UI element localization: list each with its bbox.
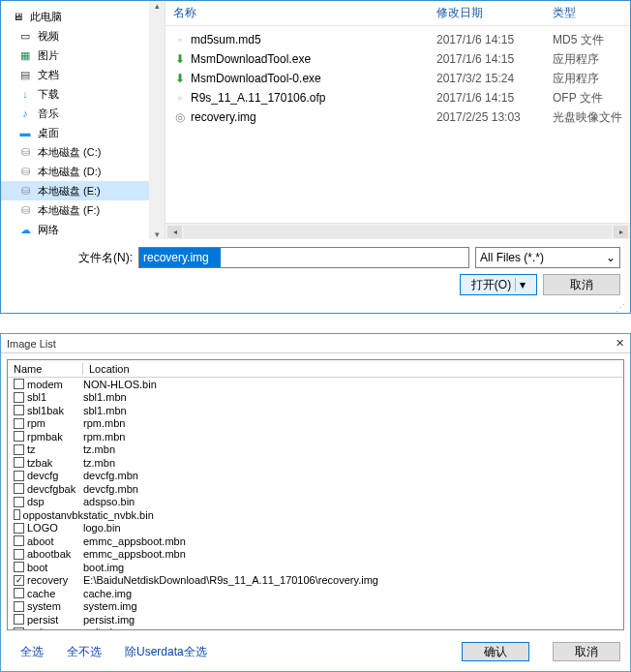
row-checkbox[interactable]	[14, 392, 24, 403]
file-row[interactable]: ◎recovery.img2017/2/25 13:03光盘映像文件	[165, 107, 630, 127]
partition-location: tz.mbn	[83, 457, 623, 469]
scroll-down-icon[interactable]: ▾	[155, 229, 160, 239]
nav-item[interactable]: ⛁本地磁盘 (F:)	[1, 200, 149, 220]
file-type-filter[interactable]: All Files (*.*) ⌄	[475, 247, 620, 268]
image-list-dialog: Image List ✕ Name Location modemNON-HLOS…	[0, 333, 631, 672]
image-list-row[interactable]: bootboot.img	[8, 561, 623, 574]
file-row[interactable]: ⬇MsmDownloadTool-0.exe2017/3/2 15:24应用程序	[165, 69, 630, 88]
row-checkbox[interactable]	[14, 562, 24, 572]
select-all-link[interactable]: 全选	[20, 644, 44, 660]
image-list-row[interactable]: mdtpmdtp.img	[8, 626, 623, 631]
image-list-row[interactable]: systemsystem.img	[8, 600, 623, 614]
nav-item[interactable]: ▭视频	[1, 26, 149, 46]
nav-item[interactable]: ↓下载	[1, 84, 149, 104]
row-checkbox[interactable]	[14, 497, 24, 507]
image-list-row[interactable]: dspadspso.bin	[8, 496, 623, 509]
select-none-link[interactable]: 全不选	[67, 644, 102, 660]
partition-name: devcfg	[27, 470, 58, 481]
image-list-row[interactable]: sbl1sbl1.mbn	[8, 391, 623, 405]
row-checkbox[interactable]	[14, 471, 24, 481]
row-checkbox[interactable]	[14, 549, 24, 560]
image-list-row[interactable]: cachecache.img	[8, 587, 623, 600]
row-checkbox[interactable]	[14, 444, 24, 455]
close-icon[interactable]: ✕	[616, 337, 624, 350]
image-list-row[interactable]: ✓recoveryE:\BaiduNetdiskDownload\R9s_11_…	[8, 574, 623, 588]
row-checkbox[interactable]: ✓	[14, 575, 24, 586]
image-list-row[interactable]: modemNON-HLOS.bin	[8, 378, 623, 391]
filter-label: All Files (*.*)	[480, 251, 544, 264]
column-type[interactable]: 类型	[553, 5, 630, 21]
image-list-row[interactable]: abootemmc_appsboot.mbn	[8, 535, 623, 548]
partition-name: dsp	[27, 496, 45, 507]
image-list-row[interactable]: tztz.mbn	[8, 443, 623, 457]
partition-location: logo.bin	[83, 522, 623, 534]
row-checkbox[interactable]	[14, 523, 24, 534]
row-checkbox[interactable]	[14, 627, 24, 630]
scrollbar-track[interactable]	[184, 226, 612, 238]
column-name[interactable]: Name	[8, 363, 83, 375]
row-checkbox[interactable]	[14, 431, 24, 442]
column-date[interactable]: 修改日期	[436, 5, 553, 21]
resize-grip-icon[interactable]: ⋰	[1, 305, 630, 313]
nav-item[interactable]: ▤文档	[1, 65, 149, 84]
open-button[interactable]: 打开(O) ▾	[460, 274, 537, 295]
row-checkbox[interactable]	[14, 457, 24, 468]
image-list-row[interactable]: devcfgbakdevcfg.mbn	[8, 482, 623, 496]
row-checkbox[interactable]	[14, 509, 20, 520]
nav-item[interactable]: ☁网络	[1, 220, 149, 239]
row-checkbox[interactable]	[14, 483, 24, 494]
file-date: 2017/1/6 14:15	[436, 33, 553, 46]
nav-item[interactable]: ▦图片	[1, 46, 149, 65]
file-row[interactable]: ▫md5sum.md52017/1/6 14:15MD5 文件	[165, 30, 630, 49]
nav-root-this-pc[interactable]: 🖥此电脑	[1, 7, 149, 26]
partition-location: devcfg.mbn	[83, 483, 623, 495]
scroll-left-icon[interactable]: ◂	[167, 226, 182, 238]
row-checkbox[interactable]	[14, 535, 24, 546]
scroll-right-icon[interactable]: ▸	[614, 226, 628, 238]
image-list-row[interactable]: rpmrpm.mbn	[8, 417, 623, 431]
row-checkbox[interactable]	[14, 418, 24, 429]
cancel-button[interactable]: 取消	[553, 642, 620, 661]
file-name: md5sum.md5	[191, 33, 261, 46]
row-checkbox[interactable]	[14, 588, 24, 598]
image-list-row[interactable]: LOGOlogo.bin	[8, 522, 623, 535]
nav-label: 音乐	[38, 107, 59, 121]
file-row[interactable]: ⬇MsmDownloadTool.exe2017/1/6 14:15应用程序	[165, 49, 630, 69]
nav-item[interactable]: ♪音乐	[1, 104, 149, 123]
ok-button[interactable]: 确认	[462, 642, 529, 661]
image-list-row[interactable]: persistpersist.img	[8, 613, 623, 626]
horizontal-scrollbar[interactable]: ◂ ▸	[165, 223, 630, 239]
nav-item[interactable]: ⛁本地磁盘 (D:)	[1, 162, 149, 181]
row-checkbox[interactable]	[14, 379, 24, 389]
nav-scrollbar[interactable]: ▴ ▾	[149, 1, 165, 239]
row-checkbox[interactable]	[14, 405, 24, 415]
network-icon: ☁	[18, 223, 32, 236]
column-name[interactable]: 名称	[173, 5, 436, 21]
scroll-up-icon[interactable]: ▴	[155, 1, 160, 11]
nav-item[interactable]: ⛁本地磁盘 (E:)	[1, 181, 149, 200]
nav-label: 本地磁盘 (D:)	[38, 165, 101, 179]
partition-name: sbl1	[27, 391, 46, 403]
image-list-row[interactable]: sbl1baksbl1.mbn	[8, 404, 623, 417]
partition-name: rpm	[27, 417, 45, 429]
file-row[interactable]: ▫R9s_11_A.11_170106.ofp2017/1/6 14:15OFP…	[165, 88, 630, 107]
image-list-row[interactable]: oppostanvbkstatic_nvbk.bin	[8, 508, 623, 522]
except-userdata-link[interactable]: 除Userdata全选	[125, 644, 207, 660]
filename-input[interactable]	[138, 247, 469, 268]
image-list-row[interactable]: tzbaktz.mbn	[8, 456, 623, 470]
row-checkbox[interactable]	[14, 614, 24, 625]
image-list-row[interactable]: rpmbakrpm.mbn	[8, 430, 623, 443]
row-checkbox[interactable]	[14, 601, 24, 612]
filename-label: 文件名(N):	[11, 250, 133, 266]
partition-location: system.img	[83, 600, 623, 612]
cancel-button[interactable]: 取消	[543, 274, 620, 295]
image-list-row[interactable]: abootbakemmc_appsboot.mbn	[8, 548, 623, 562]
image-list-footer: 全选 全不选 除Userdata全选 确认 取消	[1, 636, 630, 671]
file-name: MsmDownloadTool-0.exe	[191, 72, 321, 85]
file-date: 2017/1/6 14:15	[436, 91, 553, 105]
nav-item[interactable]: ▬桌面	[1, 123, 149, 142]
nav-item[interactable]: ⛁本地磁盘 (C:)	[1, 142, 149, 162]
image-list-row[interactable]: devcfgdevcfg.mbn	[8, 470, 623, 483]
partition-name: mdtp	[27, 626, 50, 630]
column-location[interactable]: Location	[83, 363, 623, 375]
